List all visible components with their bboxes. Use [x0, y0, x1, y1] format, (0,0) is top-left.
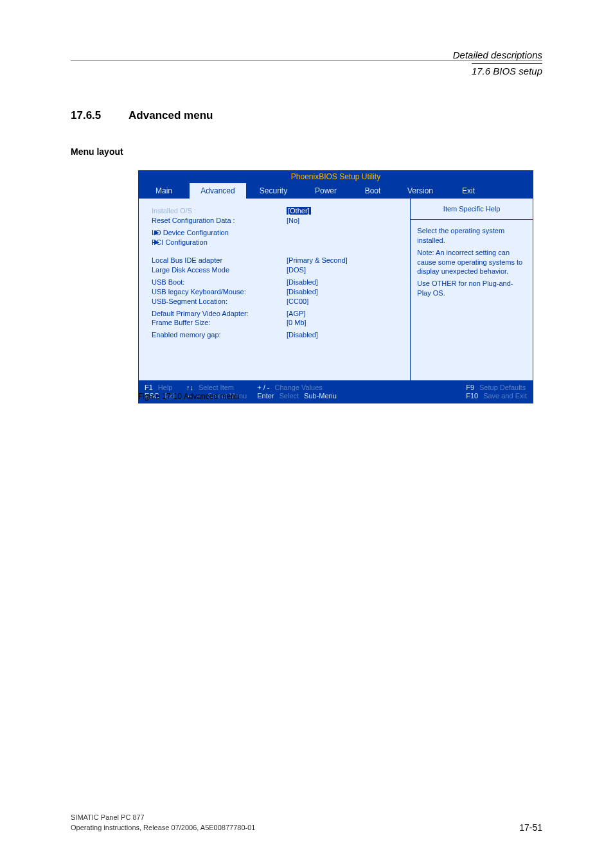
bios-window: PhoenixBIOS Setup Utility Main Advanced …: [138, 170, 533, 403]
tab-version[interactable]: Version: [395, 183, 446, 199]
usb-segment-value: [CC00]: [287, 297, 308, 306]
usb-legacy-label: USB legacy Keyboard/Mouse:: [152, 287, 287, 297]
memory-gap-label: Enabled memory gap:: [152, 330, 287, 340]
footer-save-exit: Save and Exit: [483, 392, 527, 400]
default-video-value: [AGP]: [287, 309, 305, 319]
submenu-marker-icon: ▶: [154, 228, 159, 237]
row-local-bus[interactable]: Local Bus IDE adapter [Primary & Second]: [150, 256, 402, 265]
bios-body: Installed O/S : [Other] Reset Configurat…: [138, 199, 533, 381]
tab-security[interactable]: Security: [246, 183, 301, 199]
bios-menubar: Main Advanced Security Power Boot Versio…: [138, 183, 533, 199]
tab-boot[interactable]: Boot: [351, 183, 395, 199]
help-p1: Select the operating system installed.: [417, 226, 526, 245]
pci-config-label: PCI Configuration: [152, 238, 287, 247]
footer-change-values: Change Values: [274, 384, 322, 391]
help-text: Select the operating system installed. N…: [417, 226, 526, 298]
default-video-label: Default Primary Video Adapter:: [152, 309, 287, 319]
row-large-disk[interactable]: Large Disk Access Mode [DOS]: [150, 265, 402, 275]
frame-buffer-value: [0 Mb]: [287, 318, 306, 328]
tab-main[interactable]: Main: [138, 183, 190, 199]
row-default-video[interactable]: Default Primary Video Adapter: [AGP]: [150, 309, 402, 319]
page-footer-left: SIMATIC Panel PC 877 Operating instructi…: [71, 813, 255, 833]
arrow-updown-icon: ↑↓: [186, 384, 193, 391]
footer-f9: F9: [466, 384, 474, 391]
page-header: Detailed descriptions 17.6 BIOS setup: [453, 48, 542, 78]
io-device-label: I/O Device Configuration: [152, 228, 287, 238]
footer-select-item: Select Item: [199, 384, 234, 391]
footer-setup-defaults: Setup Defaults: [479, 384, 526, 391]
bios-help-pane: Item Specific Help Select the operating …: [411, 199, 533, 381]
row-usb-segment[interactable]: USB-Segment Location: [CC00]: [150, 297, 402, 306]
footer-f10: F10: [466, 392, 478, 400]
footer-col-keys2: + / -Change Values EnterSelectSub-Menu: [257, 384, 337, 400]
usb-legacy-value: [Disabled]: [287, 287, 318, 297]
section-heading: 17.6.5 Advanced menu: [71, 109, 213, 122]
row-usb-boot[interactable]: USB Boot: [Disabled]: [150, 278, 402, 287]
installed-os-value: [Other]: [287, 206, 311, 216]
row-pci-config[interactable]: ▶ PCI Configuration: [150, 238, 402, 247]
reset-config-label: Reset Configuration Data :: [152, 216, 287, 226]
submenu-marker-icon: ▶: [154, 238, 159, 247]
footer-plusminus: + / -: [257, 384, 269, 391]
usb-segment-label: USB-Segment Location:: [152, 297, 287, 306]
subheading: Menu layout: [71, 146, 123, 157]
page-footer: SIMATIC Panel PC 877 Operating instructi…: [71, 813, 542, 833]
footer-line2: Operating instructions, Release 07/2006,…: [71, 823, 255, 833]
footer-help: Help: [158, 384, 173, 391]
footer-submenu: Sub-Menu: [304, 392, 337, 400]
bios-titlebar: PhoenixBIOS Setup Utility: [138, 170, 533, 183]
help-p3: Use OTHER for non Plug-and-Play OS.: [417, 279, 526, 298]
section-title: Advanced menu: [129, 109, 213, 121]
header-title-1: Detailed descriptions: [453, 48, 542, 62]
row-installed-os[interactable]: Installed O/S : [Other]: [150, 206, 402, 216]
tab-exit[interactable]: Exit: [446, 183, 491, 199]
bios-left-pane: Installed O/S : [Other] Reset Configurat…: [138, 199, 411, 381]
row-frame-buffer[interactable]: Frame Buffer Size: [0 Mb]: [150, 318, 402, 328]
row-usb-legacy[interactable]: USB legacy Keyboard/Mouse: [Disabled]: [150, 287, 402, 297]
row-reset-config[interactable]: Reset Configuration Data : [No]: [150, 216, 402, 226]
header-title-2: 17.6 BIOS setup: [472, 63, 542, 78]
page-number: 17-51: [519, 822, 542, 833]
footer-select: Select: [279, 392, 299, 400]
help-title: Item Specific Help: [417, 205, 526, 213]
local-bus-label: Local Bus IDE adapter: [152, 256, 287, 265]
tab-power[interactable]: Power: [301, 183, 351, 199]
frame-buffer-label: Frame Buffer Size:: [152, 318, 287, 328]
row-io-device[interactable]: ▶ I/O Device Configuration: [150, 228, 402, 238]
large-disk-value: [DOS]: [287, 265, 306, 275]
help-divider: [411, 219, 533, 220]
figure-caption: Figure 17-10 Advanced menu: [138, 392, 239, 401]
tab-advanced[interactable]: Advanced: [190, 183, 246, 199]
installed-os-label: Installed O/S :: [152, 206, 287, 216]
usb-boot-value: [Disabled]: [287, 278, 318, 287]
large-disk-label: Large Disk Access Mode: [152, 265, 287, 275]
local-bus-value: [Primary & Second]: [287, 256, 348, 265]
footer-f1: F1: [145, 384, 153, 391]
row-memory-gap[interactable]: Enabled memory gap: [Disabled]: [150, 330, 402, 340]
help-p2: Note: An incorrect setting can cause som…: [417, 248, 526, 277]
section-number: 17.6.5: [71, 109, 126, 122]
footer-line1: SIMATIC Panel PC 877: [71, 813, 255, 822]
footer-col-keys3: F9Setup Defaults F10Save and Exit: [466, 384, 527, 400]
footer-enter: Enter: [257, 392, 274, 400]
memory-gap-value: [Disabled]: [287, 330, 318, 340]
usb-boot-label: USB Boot:: [152, 278, 287, 287]
reset-config-value: [No]: [287, 216, 299, 226]
